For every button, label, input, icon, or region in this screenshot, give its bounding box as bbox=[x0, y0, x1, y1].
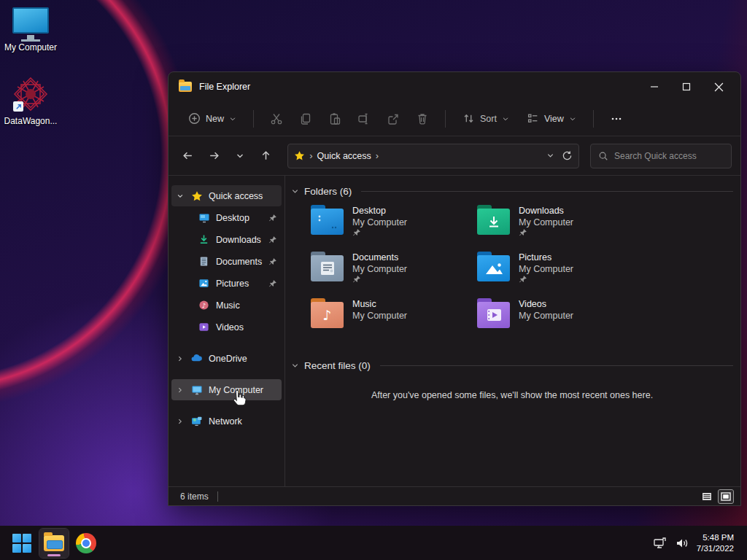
forward-button[interactable] bbox=[204, 145, 225, 167]
details-view-button[interactable] bbox=[700, 490, 714, 503]
app-folder-icon bbox=[179, 82, 192, 92]
pictures-folder-icon bbox=[477, 255, 510, 281]
share-button[interactable] bbox=[381, 108, 406, 130]
sidebar-item-label: Music bbox=[216, 300, 240, 311]
see-more-button[interactable] bbox=[604, 108, 629, 130]
tile-name: Music bbox=[352, 298, 407, 310]
music-folder-icon: ♪ bbox=[311, 302, 344, 328]
folders-section-header[interactable]: Folders (6) bbox=[291, 186, 733, 197]
rename-button[interactable] bbox=[352, 108, 376, 130]
section-divider bbox=[380, 365, 733, 366]
address-bar-row: › Quick access › bbox=[169, 136, 740, 176]
tile-location: My Computer bbox=[519, 217, 573, 228]
folder-tile-music[interactable]: ♪ Music My Computer bbox=[311, 298, 477, 344]
sidebar-item-label: Network bbox=[209, 416, 242, 427]
sidebar-item-quick-access[interactable]: Quick access bbox=[171, 185, 282, 206]
start-button[interactable] bbox=[7, 529, 36, 558]
pin-icon bbox=[352, 228, 361, 237]
tile-location: My Computer bbox=[519, 310, 573, 322]
sidebar-item-documents[interactable]: Documents bbox=[171, 251, 282, 272]
folder-tile-pictures[interactable]: Pictures My Computer bbox=[477, 251, 643, 298]
view-button[interactable]: View bbox=[520, 107, 583, 130]
chevron-down-icon bbox=[291, 187, 299, 195]
navigation-pane: Quick access Desktop Downloads Documents bbox=[169, 176, 285, 486]
tile-location: My Computer bbox=[352, 263, 407, 275]
up-button[interactable] bbox=[255, 145, 276, 167]
new-button[interactable]: New bbox=[182, 107, 243, 130]
chevron-down-icon[interactable] bbox=[176, 192, 185, 200]
volume-tray-icon[interactable] bbox=[675, 537, 689, 550]
address-bar[interactable]: › Quick access › bbox=[287, 144, 579, 168]
chevron-right-icon[interactable] bbox=[176, 355, 185, 362]
copy-button[interactable] bbox=[293, 108, 318, 130]
pin-icon bbox=[268, 214, 277, 222]
sidebar-item-label: Videos bbox=[216, 322, 244, 332]
tile-name: Downloads bbox=[519, 205, 573, 217]
chevron-down-icon bbox=[291, 362, 299, 370]
search-icon bbox=[598, 151, 608, 161]
video-icon bbox=[198, 322, 210, 332]
sort-button-label: Sort bbox=[480, 114, 497, 124]
folder-tile-videos[interactable]: Videos My Computer bbox=[477, 298, 643, 344]
status-bar: 6 items bbox=[169, 486, 740, 505]
minimize-button[interactable] bbox=[638, 74, 670, 100]
sidebar-item-downloads[interactable]: Downloads bbox=[171, 229, 282, 250]
maximize-button[interactable] bbox=[670, 74, 703, 100]
tile-name: Videos bbox=[519, 298, 573, 310]
search-box[interactable] bbox=[590, 144, 732, 168]
taskbar-clock[interactable]: 5:48 PM 7/31/2022 bbox=[697, 532, 734, 554]
sidebar-item-music[interactable]: ♪ Music bbox=[171, 295, 282, 316]
sidebar-item-desktop[interactable]: Desktop bbox=[171, 207, 282, 228]
my-computer-icon bbox=[12, 7, 49, 34]
tile-location: My Computer bbox=[519, 263, 573, 275]
sidebar-item-label: OneDrive bbox=[209, 354, 247, 364]
paste-button[interactable] bbox=[322, 108, 347, 130]
sidebar-item-onedrive[interactable]: OneDrive bbox=[171, 348, 282, 369]
folder-tile-desktop[interactable]: Desktop My Computer bbox=[311, 204, 477, 251]
breadcrumb-quick-access[interactable]: Quick access bbox=[317, 151, 371, 161]
breadcrumb-separator: › bbox=[309, 150, 312, 161]
back-button[interactable] bbox=[177, 145, 198, 167]
tile-name: Desktop bbox=[352, 205, 407, 217]
chevron-right-icon[interactable] bbox=[176, 386, 185, 394]
music-note-glyph: ♪ bbox=[322, 307, 331, 323]
command-bar: New Sort bbox=[169, 101, 740, 136]
refresh-icon[interactable] bbox=[562, 150, 573, 161]
view-button-label: View bbox=[544, 114, 564, 124]
desktop-icon-datawagon[interactable]: DataWagon... bbox=[0, 75, 61, 126]
chrome-icon bbox=[76, 533, 96, 553]
recent-locations-button[interactable] bbox=[230, 145, 251, 167]
desktop-folder-icon bbox=[311, 209, 344, 235]
desktop-icon-my-computer[interactable]: My Computer bbox=[0, 7, 61, 52]
star-icon bbox=[190, 190, 203, 202]
sidebar-item-label: Downloads bbox=[216, 235, 261, 245]
title-bar[interactable]: File Explorer bbox=[169, 72, 740, 101]
videos-folder-icon bbox=[477, 302, 510, 328]
folders-grid: Desktop My Computer Downl bbox=[311, 204, 654, 344]
sort-button[interactable]: Sort bbox=[456, 107, 516, 130]
cut-button[interactable] bbox=[264, 108, 289, 130]
sidebar-item-network[interactable]: Network bbox=[171, 411, 282, 432]
breadcrumb-separator: › bbox=[376, 150, 379, 161]
network-tray-icon[interactable] bbox=[653, 537, 667, 550]
large-thumbnails-view-button[interactable] bbox=[719, 490, 733, 503]
sidebar-item-pictures[interactable]: Pictures bbox=[171, 273, 282, 294]
search-input[interactable] bbox=[614, 151, 724, 161]
taskbar-chrome-button[interactable] bbox=[71, 529, 101, 558]
folder-tile-downloads[interactable]: Downloads My Computer bbox=[477, 204, 643, 251]
recent-files-section-header[interactable]: Recent files (0) bbox=[291, 360, 733, 371]
taskbar-file-explorer-button[interactable] bbox=[39, 529, 69, 558]
delete-button[interactable] bbox=[410, 108, 435, 130]
sidebar-item-my-computer[interactable]: My Computer bbox=[171, 379, 282, 400]
pin-icon bbox=[519, 275, 527, 284]
sidebar-item-label: Pictures bbox=[216, 279, 249, 289]
picture-icon bbox=[198, 278, 210, 289]
chevron-right-icon[interactable] bbox=[176, 418, 185, 425]
folder-tile-documents[interactable]: Documents My Computer bbox=[311, 251, 477, 298]
address-dropdown-icon[interactable] bbox=[546, 152, 554, 160]
close-button[interactable] bbox=[703, 74, 735, 100]
file-explorer-window: File Explorer New bbox=[168, 71, 741, 506]
mouse-cursor-hand bbox=[231, 389, 247, 411]
items-view: Folders (6) Desktop My Computer bbox=[285, 176, 740, 486]
sidebar-item-videos[interactable]: Videos bbox=[171, 316, 282, 338]
